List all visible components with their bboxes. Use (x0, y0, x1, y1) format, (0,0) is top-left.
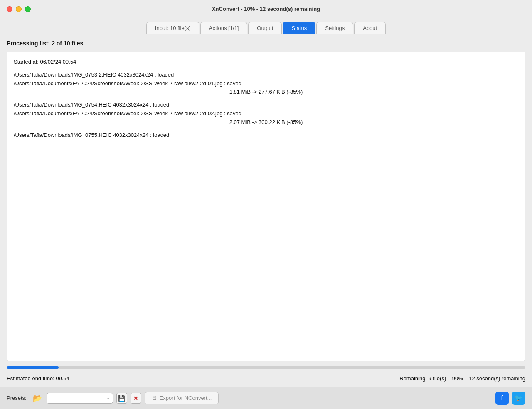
folder-icon: 📂 (33, 394, 42, 403)
close-button[interactable] (7, 6, 12, 12)
tab-settings[interactable]: Settings (316, 22, 353, 34)
log-entry: /Users/Tafia/Documents/FA 2024/Screensho… (14, 79, 518, 88)
preset-select[interactable] (47, 393, 113, 404)
preset-select-wrapper: ⌄ (47, 393, 113, 404)
delete-icon: ✖ (133, 395, 138, 402)
export-btn-label: Export for NConvert... (160, 395, 212, 401)
tab-input[interactable]: Input: 10 file(s) (146, 22, 200, 34)
delete-preset-button[interactable]: ✖ (131, 393, 141, 404)
presets-label: Presets: (7, 395, 27, 401)
status-row: Estimated end time: 09.54 Remaining: 9 f… (7, 374, 525, 383)
tab-bar: Input: 10 file(s) Actions [1/1] Output S… (0, 18, 532, 33)
save-preset-button[interactable]: 💾 (116, 393, 127, 404)
save-icon: 💾 (118, 395, 125, 402)
tab-actions[interactable]: Actions [1/1] (200, 22, 248, 34)
export-nconvert-button[interactable]: 🖹 Export for NConvert... (145, 392, 219, 404)
twitter-button[interactable]: 🐦 (512, 392, 525, 405)
log-entry: /Users/Tafia/Documents/FA 2024/Screensho… (14, 109, 518, 118)
window-controls (7, 6, 31, 12)
estimated-end-label: Estimated end time: 09.54 (7, 375, 69, 382)
progress-container (7, 364, 525, 370)
remaining-label: Remaining: 9 file(s) – 90% – 12 second(s… (399, 375, 525, 382)
processing-header: Processing list: 2 of 10 files (7, 38, 525, 48)
main-content: Processing list: 2 of 10 files Started a… (0, 33, 532, 387)
log-entry: /Users/Tafia/Downloads/IMG_0755.HEIC 403… (14, 131, 518, 140)
open-presets-folder-button[interactable]: 📂 (32, 392, 43, 404)
log-entry: Started at: 06/02/24 09.54 (14, 58, 518, 67)
facebook-icon: f (501, 394, 503, 402)
progress-track (7, 366, 525, 369)
tab-status[interactable]: Status (283, 22, 315, 34)
export-icon: 🖹 (152, 395, 157, 401)
maximize-button[interactable] (25, 6, 31, 12)
log-area[interactable]: Started at: 06/02/24 09.54/Users/Tafia/D… (7, 52, 525, 361)
title-bar: XnConvert - 10% - 12 second(s) remaining (0, 0, 532, 18)
tab-about[interactable]: About (354, 22, 386, 34)
tab-output[interactable]: Output (248, 22, 282, 34)
facebook-button[interactable]: f (495, 392, 509, 405)
window-title: XnConvert - 10% - 12 second(s) remaining (212, 6, 320, 12)
bottom-bar: Presets: 📂 ⌄ 💾 ✖ 🖹 Export for NConvert..… (0, 387, 532, 409)
progress-fill (7, 366, 59, 369)
log-entry: /Users/Tafia/Downloads/IMG_0753 2.HEIC 4… (14, 71, 518, 79)
log-entry: /Users/Tafia/Downloads/IMG_0754.HEIC 403… (14, 101, 518, 109)
minimize-button[interactable] (16, 6, 22, 12)
twitter-icon: 🐦 (515, 394, 523, 402)
